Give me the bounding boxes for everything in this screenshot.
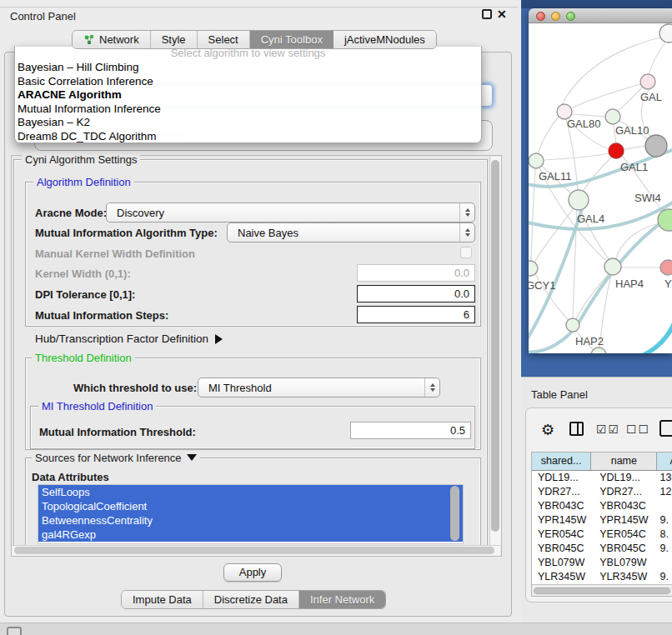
- settings-vertical-scrollbar-thumb[interactable]: [491, 160, 499, 532]
- network-window-titlebar[interactable]: [529, 8, 672, 23]
- attribute-list-item[interactable]: TopologicalCoefficient: [38, 499, 463, 513]
- network-edge[interactable]: [544, 153, 609, 160]
- network-node[interactable]: [609, 143, 624, 158]
- network-edge[interactable]: [624, 146, 646, 149]
- network-node[interactable]: [640, 74, 655, 89]
- unchecked-columns-icon[interactable]: ☐☐: [626, 422, 650, 436]
- table-row[interactable]: YBR045CYBR045C9.: [532, 542, 672, 556]
- aracne-mode-label: Aracne Mode:: [35, 207, 107, 219]
- apply-button[interactable]: Apply: [223, 563, 282, 582]
- mi-type-value: Naive Bayes: [228, 227, 459, 239]
- tab-network[interactable]: Network: [73, 31, 151, 48]
- table-mode-icon[interactable]: [659, 420, 672, 437]
- mi-threshold-field[interactable]: 0.5: [350, 422, 471, 439]
- table-horizontal-scrollbar-track[interactable]: [532, 584, 672, 596]
- table-row[interactable]: YBL079WYBL079W: [532, 556, 672, 570]
- tab-infer-network[interactable]: Infer Network: [299, 591, 385, 608]
- which-threshold-combo[interactable]: MI Threshold: [198, 378, 440, 398]
- desktop-top-strip: [521, 0, 672, 8]
- table-cell: YER054C: [591, 528, 657, 542]
- tab-impute-data[interactable]: Impute Data: [122, 591, 203, 608]
- column-layout-icon[interactable]: [569, 422, 584, 436]
- network-node[interactable]: [604, 258, 621, 275]
- network-edge[interactable]: [649, 40, 667, 74]
- algorithm-list-item[interactable]: Mutual Information Inference: [15, 102, 481, 117]
- close-traffic-icon[interactable]: [536, 12, 545, 21]
- aracne-mode-combo[interactable]: Discovery: [106, 202, 475, 222]
- cyni-bottom-tabs: Impute DataDiscretize DataInfer Network: [121, 590, 386, 609]
- sources-title-row[interactable]: Sources for Network Inference: [32, 452, 200, 464]
- checked-columns-icon[interactable]: ☑☑: [596, 422, 620, 436]
- aracne-mode-value: Discovery: [107, 207, 459, 219]
- mi-steps-field[interactable]: 6: [357, 306, 475, 323]
- control-panel-tabs: NetworkStyleSelectCyni ToolboxjActiveMNo…: [72, 30, 437, 49]
- algorithm-list-item[interactable]: Bayesian – K2: [15, 116, 481, 130]
- minimize-traffic-icon[interactable]: [551, 12, 560, 21]
- table-row[interactable]: YLR345WYLR345W9.: [532, 570, 672, 584]
- combo-arrows-icon: [424, 378, 439, 397]
- table-column-header[interactable]: shared...: [532, 452, 591, 471]
- table-panel: ⚙ ☑☑ ☐☐ shared...nameA YDL19...YDL19...1…: [525, 408, 672, 602]
- table-row[interactable]: YDL19...YDL19...13: [532, 471, 672, 485]
- network-node[interactable]: [659, 24, 672, 42]
- network-node[interactable]: [605, 109, 620, 124]
- algorithm-list-item[interactable]: Bayesian – Hill Climbing: [15, 61, 481, 75]
- minimized-panel-icon[interactable]: [7, 627, 22, 635]
- algorithm-list-item[interactable]: ARACNE Algorithm: [15, 88, 481, 102]
- tab-style[interactable]: Style: [151, 31, 198, 48]
- network-node[interactable]: [529, 261, 538, 276]
- tab-discretize-data[interactable]: Discretize Data: [203, 591, 299, 608]
- kernel-width-field[interactable]: 0.0: [357, 264, 475, 282]
- zoom-traffic-icon[interactable]: [566, 12, 575, 21]
- network-node[interactable]: [660, 260, 672, 275]
- tab-cyni-toolbox[interactable]: Cyni Toolbox: [250, 31, 333, 48]
- network-node[interactable]: [658, 209, 672, 231]
- settings-gear-icon[interactable]: ⚙: [541, 421, 554, 439]
- table-cell: [657, 499, 672, 513]
- tab-label: Select: [208, 33, 238, 46]
- attribute-list-scrollbar[interactable]: [450, 486, 459, 541]
- network-node[interactable]: [645, 135, 667, 157]
- attribute-list-item[interactable]: BetweennessCentrality: [38, 513, 463, 528]
- table-column-header[interactable]: A: [657, 452, 672, 471]
- table-cell: YDL19...: [532, 471, 591, 485]
- table-row[interactable]: YBR043CYBR043C: [532, 499, 672, 513]
- table-cell: YBR043C: [591, 499, 657, 513]
- table-horizontal-scrollbar-thumb[interactable]: [534, 588, 670, 594]
- network-graph[interactable]: GALGAL80GAL10GAL1GAL11GAL4SWI4HAP4YGCY1H…: [529, 23, 672, 353]
- algorithm-list-item[interactable]: Basic Correlation Inference: [15, 75, 481, 89]
- close-icon[interactable]: ✕: [497, 8, 507, 21]
- network-edge[interactable]: [531, 168, 535, 261]
- network-node[interactable]: [566, 318, 579, 332]
- node-label: HAP2: [575, 335, 604, 348]
- dpi-tolerance-field[interactable]: 0.0: [357, 285, 475, 302]
- table-row[interactable]: YER054CYER054C8.: [532, 528, 672, 542]
- table-cell: 12: [657, 485, 672, 499]
- table-row[interactable]: YDR27...YDR27...12: [532, 485, 672, 499]
- network-edge[interactable]: [630, 313, 672, 353]
- float-window-icon[interactable]: [482, 9, 492, 19]
- network-node[interactable]: [591, 348, 606, 353]
- attribute-list-item[interactable]: gal4RGexp: [38, 528, 463, 542]
- table-cell: 8.: [657, 528, 672, 542]
- settings-horizontal-scrollbar-thumb[interactable]: [14, 547, 494, 554]
- table-cell: YDR27...: [591, 485, 657, 499]
- network-edge[interactable]: [538, 117, 559, 153]
- hub-definition-expander[interactable]: Hub/Transcription Factor Definition: [35, 332, 223, 345]
- network-node[interactable]: [529, 153, 544, 168]
- tab-jactivemnodules[interactable]: jActiveMNodules: [333, 31, 436, 48]
- manual-kernel-checkbox[interactable]: [460, 247, 472, 258]
- tab-label: Discretize Data: [214, 593, 288, 606]
- network-edge[interactable]: [572, 114, 605, 117]
- network-icon: [83, 34, 95, 45]
- network-canvas[interactable]: GALGAL80GAL10GAL1GAL11GAL4SWI4HAP4YGCY1H…: [529, 23, 672, 353]
- network-node[interactable]: [569, 190, 589, 210]
- table-cell: YDL19...: [591, 471, 657, 485]
- attribute-list-item[interactable]: SelfLoops: [38, 485, 463, 499]
- table-row[interactable]: YPR145WYPR145W9.: [532, 513, 672, 528]
- mi-type-combo[interactable]: Naive Bayes: [227, 222, 475, 242]
- table-column-header[interactable]: name: [591, 452, 657, 471]
- tab-select[interactable]: Select: [198, 31, 250, 48]
- algorithm-list-item[interactable]: Dream8 DC_TDC Algorithm: [15, 130, 481, 143]
- network-edge[interactable]: [572, 84, 640, 108]
